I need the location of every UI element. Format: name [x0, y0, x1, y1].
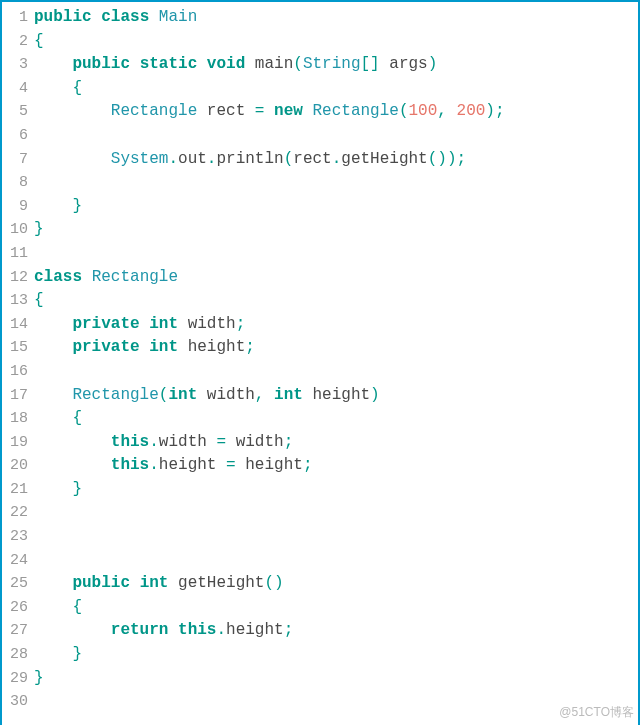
code-content: }	[34, 195, 638, 219]
token: .	[216, 621, 226, 639]
token: Main	[159, 8, 197, 26]
line-number: 13	[2, 289, 34, 313]
token: }	[72, 197, 82, 215]
token: (	[399, 102, 409, 120]
token: int	[149, 338, 178, 356]
token: main	[245, 55, 293, 73]
token: {	[34, 32, 44, 50]
code-line: 10}	[2, 218, 638, 242]
line-number: 7	[2, 148, 34, 172]
token: rect	[197, 102, 255, 120]
token	[34, 409, 72, 427]
line-number: 2	[2, 30, 34, 54]
token: int	[140, 574, 169, 592]
token: 100	[409, 102, 438, 120]
code-line: 19 this.width = width;	[2, 431, 638, 455]
code-content: {	[34, 289, 638, 313]
line-number: 26	[2, 596, 34, 620]
token: int	[168, 386, 197, 404]
token: )	[370, 386, 380, 404]
token	[130, 55, 140, 73]
token: ()	[264, 574, 283, 592]
token: getHeight	[341, 150, 427, 168]
token: height	[159, 456, 226, 474]
token	[34, 621, 111, 639]
code-line: 13{	[2, 289, 638, 313]
code-line: 27 return this.height;	[2, 619, 638, 643]
token: (	[159, 386, 169, 404]
token: .	[149, 456, 159, 474]
line-number: 6	[2, 124, 34, 148]
token: .	[332, 150, 342, 168]
token: Rectangle	[72, 386, 158, 404]
code-content: }	[34, 218, 638, 242]
token: println	[216, 150, 283, 168]
token: new	[274, 102, 303, 120]
token: height	[226, 621, 284, 639]
token: args	[380, 55, 428, 73]
token: width	[178, 315, 236, 333]
token: []	[360, 55, 379, 73]
token: ());	[428, 150, 466, 168]
code-line: 26 {	[2, 596, 638, 620]
line-number: 27	[2, 619, 34, 643]
code-content: {	[34, 30, 638, 54]
code-content: }	[34, 643, 638, 667]
token: getHeight	[168, 574, 264, 592]
token: {	[72, 79, 82, 97]
token	[34, 197, 72, 215]
token	[197, 55, 207, 73]
line-number: 23	[2, 525, 34, 549]
code-line: 9 }	[2, 195, 638, 219]
line-number: 28	[2, 643, 34, 667]
token: =	[255, 102, 265, 120]
code-block: 1public class Main2{3 public static void…	[2, 6, 638, 714]
code-content	[34, 549, 638, 573]
token	[34, 574, 72, 592]
token: ;	[284, 621, 294, 639]
code-line: 23	[2, 525, 638, 549]
token	[34, 315, 72, 333]
code-content	[34, 124, 638, 148]
code-line: 17 Rectangle(int width, int height)	[2, 384, 638, 408]
token: public	[72, 55, 130, 73]
token: void	[207, 55, 245, 73]
code-content: class Rectangle	[34, 266, 638, 290]
token: ,	[437, 102, 447, 120]
line-number: 21	[2, 478, 34, 502]
code-content: public int getHeight()	[34, 572, 638, 596]
token: width	[197, 386, 255, 404]
token: System	[111, 150, 169, 168]
token: width	[159, 433, 217, 451]
token: height	[303, 386, 370, 404]
code-content: {	[34, 77, 638, 101]
token: String	[303, 55, 361, 73]
token	[140, 338, 150, 356]
token: width	[226, 433, 284, 451]
code-content	[34, 360, 638, 384]
line-number: 10	[2, 218, 34, 242]
line-number: 15	[2, 336, 34, 360]
token: class	[34, 268, 82, 286]
code-line: 15 private int height;	[2, 336, 638, 360]
code-content	[34, 501, 638, 525]
token: )	[428, 55, 438, 73]
token	[34, 480, 72, 498]
token: public	[34, 8, 92, 26]
token: this	[111, 433, 149, 451]
token: static	[140, 55, 198, 73]
code-content	[34, 242, 638, 266]
token	[82, 268, 92, 286]
token	[34, 598, 72, 616]
token: this	[111, 456, 149, 474]
code-line: 18 {	[2, 407, 638, 431]
token: );	[485, 102, 504, 120]
code-line: 5 Rectangle rect = new Rectangle(100, 20…	[2, 100, 638, 124]
line-number: 19	[2, 431, 34, 455]
token	[34, 79, 72, 97]
token: }	[72, 645, 82, 663]
line-number: 20	[2, 454, 34, 478]
code-viewer: 1public class Main2{3 public static void…	[0, 0, 640, 725]
token: {	[72, 598, 82, 616]
token	[447, 102, 457, 120]
